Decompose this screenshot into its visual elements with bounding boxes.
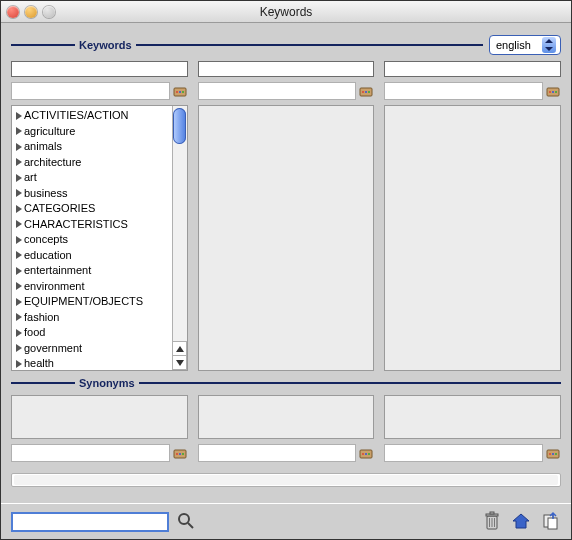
keyword-item[interactable]: architecture	[12, 155, 172, 171]
keyword-column-left: ACTIVITIES/ACTIONagricultureanimalsarchi…	[11, 61, 188, 371]
content-area: Keywords english ACTIVITIES/ACTIONagric	[1, 23, 571, 539]
trash-icon[interactable]	[483, 511, 501, 533]
keyword-item[interactable]: education	[12, 248, 172, 264]
disclosure-triangle-icon[interactable]	[16, 298, 22, 306]
titlebar: Keywords	[1, 1, 571, 23]
keyword-item-label: education	[24, 248, 72, 264]
keyword-list-left: ACTIVITIES/ACTIONagricultureanimalsarchi…	[11, 105, 188, 371]
keyword-columns: ACTIVITIES/ACTIONagricultureanimalsarchi…	[11, 61, 561, 371]
keyword-item-label: entertainment	[24, 263, 91, 279]
svg-point-22	[552, 453, 554, 455]
keyword-item[interactable]: health	[12, 356, 172, 371]
column-middle-header[interactable]	[198, 61, 375, 77]
disclosure-triangle-icon[interactable]	[16, 112, 22, 120]
language-select[interactable]: english	[489, 35, 561, 55]
keyword-item-label: concepts	[24, 232, 68, 248]
keyword-item[interactable]: environment	[12, 279, 172, 295]
synonyms-section-header: Synonyms	[11, 377, 561, 389]
svg-point-15	[182, 453, 184, 455]
zoom-button[interactable]	[43, 6, 55, 18]
column-right-filter-input[interactable]	[384, 82, 543, 100]
scroll-thumb[interactable]	[173, 108, 186, 144]
disclosure-triangle-icon[interactable]	[16, 189, 22, 197]
synonym-box-right	[384, 395, 561, 439]
search-input[interactable]	[11, 512, 169, 532]
keyword-item-label: ACTIVITIES/ACTION	[24, 108, 129, 124]
column-middle-filter-row	[198, 81, 375, 101]
svg-rect-34	[548, 518, 557, 529]
keyword-item[interactable]: CHARACTERISTICS	[12, 217, 172, 233]
keyword-item[interactable]: EQUIPMENT/OBJECTS	[12, 294, 172, 310]
disclosure-triangle-icon[interactable]	[16, 143, 22, 151]
keyword-item[interactable]: agriculture	[12, 124, 172, 140]
palette-icon[interactable]	[172, 445, 188, 461]
palette-icon[interactable]	[545, 445, 561, 461]
disclosure-triangle-icon[interactable]	[16, 267, 22, 275]
column-right-header[interactable]	[384, 61, 561, 77]
horizontal-scrollbar[interactable]	[11, 473, 561, 487]
keyword-item-label: fashion	[24, 310, 59, 326]
search-icon[interactable]	[177, 512, 195, 532]
keyword-list-right	[384, 105, 561, 371]
synonym-right-filter-input[interactable]	[384, 444, 543, 462]
keyword-item[interactable]: CATEGORIES	[12, 201, 172, 217]
palette-icon[interactable]	[358, 445, 374, 461]
synonyms-label: Synonyms	[75, 377, 139, 389]
palette-icon[interactable]	[358, 83, 374, 99]
keyword-item[interactable]: ACTIVITIES/ACTION	[12, 108, 172, 124]
keyword-item[interactable]: concepts	[12, 232, 172, 248]
disclosure-triangle-icon[interactable]	[16, 282, 22, 290]
keyword-item[interactable]: business	[12, 186, 172, 202]
keywords-label: Keywords	[75, 39, 136, 51]
close-button[interactable]	[7, 6, 19, 18]
disclosure-triangle-icon[interactable]	[16, 236, 22, 244]
bottom-toolbar	[1, 503, 571, 539]
svg-rect-28	[490, 512, 494, 514]
window: Keywords Keywords english	[0, 0, 572, 540]
minimize-button[interactable]	[25, 6, 37, 18]
svg-line-25	[188, 523, 193, 528]
disclosure-triangle-icon[interactable]	[16, 158, 22, 166]
scrollbar-left[interactable]	[172, 106, 187, 370]
keyword-item[interactable]: government	[12, 341, 172, 357]
svg-point-18	[365, 453, 367, 455]
synonym-columns	[11, 395, 561, 439]
disclosure-triangle-icon[interactable]	[16, 127, 22, 135]
disclosure-triangle-icon[interactable]	[16, 344, 22, 352]
scroll-down-button[interactable]	[172, 355, 187, 370]
keyword-item[interactable]: entertainment	[12, 263, 172, 279]
disclosure-triangle-icon[interactable]	[16, 313, 22, 321]
disclosure-triangle-icon[interactable]	[16, 329, 22, 337]
keyword-item[interactable]: food	[12, 325, 172, 341]
keyword-item-label: agriculture	[24, 124, 75, 140]
synonym-left-filter-input[interactable]	[11, 444, 170, 462]
disclosure-triangle-icon[interactable]	[16, 251, 22, 259]
column-right-filter-row	[384, 81, 561, 101]
disclosure-triangle-icon[interactable]	[16, 205, 22, 213]
scroll-up-button[interactable]	[172, 341, 187, 356]
keyword-item[interactable]: art	[12, 170, 172, 186]
keyword-item-label: EQUIPMENT/OBJECTS	[24, 294, 143, 310]
palette-icon[interactable]	[172, 83, 188, 99]
keyword-item[interactable]: animals	[12, 139, 172, 155]
column-middle-filter-input[interactable]	[198, 82, 357, 100]
export-icon[interactable]	[541, 511, 561, 533]
synonym-middle-filter-input[interactable]	[198, 444, 357, 462]
disclosure-triangle-icon[interactable]	[16, 174, 22, 182]
keyword-item-label: health	[24, 356, 54, 371]
palette-icon[interactable]	[545, 83, 561, 99]
svg-point-9	[549, 91, 551, 93]
keyword-item[interactable]: fashion	[12, 310, 172, 326]
column-left-header[interactable]	[11, 61, 188, 77]
keywords-section-header: Keywords english	[11, 35, 561, 55]
column-left-filter-input[interactable]	[11, 82, 170, 100]
svg-point-24	[179, 514, 189, 524]
svg-point-14	[179, 453, 181, 455]
disclosure-triangle-icon[interactable]	[16, 220, 22, 228]
svg-point-21	[549, 453, 551, 455]
disclosure-triangle-icon[interactable]	[16, 360, 22, 368]
home-icon[interactable]	[511, 511, 531, 533]
svg-point-19	[368, 453, 370, 455]
svg-point-11	[555, 91, 557, 93]
keyword-item-label: art	[24, 170, 37, 186]
